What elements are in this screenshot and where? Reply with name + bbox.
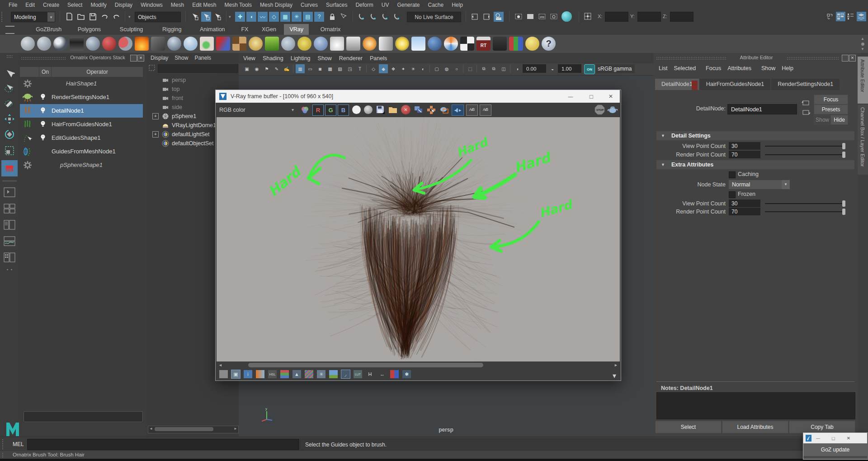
vfb-white-circle-icon[interactable] <box>352 105 361 114</box>
outliner-menu-display[interactable]: Display <box>151 55 168 61</box>
vp-snap-icon[interactable]: ◫ <box>499 64 508 73</box>
vfb-gray-circle-icon[interactable] <box>364 105 373 114</box>
side-tab-attribute-editor[interactable]: Attribute Editor <box>858 57 868 104</box>
pyramid-locator-icon[interactable] <box>151 37 165 51</box>
select-mode-icon-2[interactable] <box>212 12 222 22</box>
menu-surfaces[interactable]: Surfaces <box>322 2 351 8</box>
vfb-expand-arrow[interactable]: ▾ <box>613 371 616 380</box>
vp-allights-icon[interactable]: ✦ <box>399 64 408 73</box>
vp-gamma-icon[interactable]: ◒ <box>548 64 557 73</box>
brush-hair-tool-icon[interactable] <box>1 160 18 176</box>
rotate-tool-icon[interactable] <box>2 128 17 141</box>
layers-panel-icon[interactable] <box>857 12 866 21</box>
vfb-render-last-icon[interactable] <box>607 105 618 114</box>
ae-menu-focus[interactable]: Focus <box>706 65 721 71</box>
vfb-close-button[interactable]: ✕ <box>602 93 620 100</box>
vp-isolate-icon[interactable]: ▢ <box>432 64 441 73</box>
shelf-tab-polygons[interactable]: Polygons <box>71 24 108 35</box>
panel-close-button[interactable]: ✕ <box>137 55 144 62</box>
ae-view-point-count-2-slider-track[interactable] <box>765 203 845 204</box>
operator-row-pSphereShape1[interactable]: pSphereShape1 <box>20 158 143 172</box>
sphere-blue-icon[interactable] <box>428 37 442 51</box>
menu-mesh-tools[interactable]: Mesh Tools <box>221 2 256 8</box>
coordinate-system-icon[interactable] <box>583 12 593 22</box>
new-scene-icon[interactable] <box>64 12 74 22</box>
ae-menu-help[interactable]: Help <box>782 65 793 71</box>
shelf-tab-gozbrush[interactable]: GoZBrush <box>30 24 68 35</box>
vp-textured-icon[interactable]: ❖ <box>389 64 398 73</box>
vfb-snowflake-icon[interactable]: ✱ <box>402 370 411 378</box>
save-scene-icon[interactable] <box>88 12 98 22</box>
redo-icon[interactable] <box>111 12 121 22</box>
ae-notes-textarea[interactable] <box>656 392 855 419</box>
operator-row-EditGuidesShape1[interactable]: EditGuidesShape1 <box>20 131 143 145</box>
vfb-hsl-icon[interactable]: HSL <box>268 370 277 378</box>
sidebar-tool-icon[interactable] <box>846 12 856 21</box>
menu-deform[interactable]: Deform <box>351 2 377 8</box>
exposure-field[interactable]: 0.00 <box>523 64 546 73</box>
layout-four-icon[interactable] <box>3 202 16 215</box>
axis-input-1[interactable] <box>637 12 661 22</box>
cone-arrow-icon[interactable] <box>346 37 360 51</box>
render-view-icon[interactable] <box>493 37 507 51</box>
ae-node-state-dropdown[interactable]: Normal▼ <box>729 180 790 189</box>
workspace-selector-arrow[interactable]: ▾ <box>47 12 55 22</box>
menu-edit[interactable]: Edit <box>21 2 39 8</box>
vfb-scroll-right[interactable]: ► <box>614 363 618 367</box>
vp-shadows-icon[interactable]: ☀ <box>409 64 418 73</box>
selection-mask-selector[interactable]: Objects <box>135 12 181 22</box>
render-globe-icon[interactable] <box>561 11 572 22</box>
viewport-menu-view[interactable]: View <box>243 55 255 62</box>
viewport-menu-show[interactable]: Show <box>318 55 332 62</box>
snap-icon-6[interactable]: ▤ <box>303 12 313 22</box>
vp-mask-icon[interactable]: ▩ <box>326 64 335 73</box>
shelf-tab-rigging[interactable]: Rigging <box>155 24 189 35</box>
vp-region-icon[interactable]: ▧ <box>335 64 344 73</box>
menu-modify[interactable]: Modify <box>86 2 110 8</box>
vfb-follow-mouse-icon[interactable] <box>426 105 436 114</box>
vp-cam-attr-icon[interactable]: ◉ <box>252 64 261 73</box>
shelf-tab-ornatrix[interactable]: Ornatrix <box>311 24 349 35</box>
live-surface-field[interactable]: No Live Surface <box>407 12 461 22</box>
vfb-stripes-icon[interactable] <box>305 370 313 378</box>
vp-xray-icon[interactable]: ◍ <box>442 64 451 73</box>
menu-generate[interactable]: Generate <box>393 2 424 8</box>
menu-uv[interactable]: UV <box>377 2 393 8</box>
vp-copy2-icon[interactable]: ⧉ <box>489 64 498 73</box>
shelf-tab-fx[interactable]: FX <box>236 24 254 35</box>
vp-bookmark-icon[interactable]: ⚑ <box>262 64 271 73</box>
vfb-colorwheel-icon[interactable] <box>300 105 310 115</box>
vfb-scroll-thumb[interactable] <box>248 363 483 367</box>
vp-camera-icon[interactable]: ▣ <box>242 64 251 73</box>
goz-maximize-button[interactable]: □ <box>832 436 835 441</box>
vfb-channel-g-button[interactable]: G <box>325 105 336 116</box>
ae-menu-selected[interactable]: Selected <box>674 65 696 71</box>
selection-mode-arrow[interactable]: ▾ <box>128 14 133 19</box>
ae-close-button[interactable]: ✕ <box>849 55 856 62</box>
vp-ao-icon[interactable]: ◐ <box>419 64 428 73</box>
layout-grid-pane-icon[interactable] <box>3 251 16 264</box>
ae-section-extra-attributes[interactable]: ▼Extra Attributes <box>656 160 854 169</box>
vfb-clear-icon[interactable]: ✕ <box>401 105 410 114</box>
snap-icon-3[interactable]: ◇ <box>269 12 279 22</box>
ae-view-point-count-2-slider-handle[interactable] <box>842 200 845 207</box>
viewport-menu-panels[interactable]: Panels <box>370 55 387 62</box>
rope-curl-icon[interactable] <box>297 37 311 51</box>
cone-soft-icon[interactable] <box>200 37 214 51</box>
torus-ring-icon[interactable] <box>53 37 67 51</box>
colorspace-on-button[interactable]: ON <box>584 64 595 74</box>
vfb-wheel-icon[interactable]: ✳ <box>317 370 326 378</box>
gamma-field[interactable]: 1.00 <box>558 64 581 73</box>
menu-create[interactable]: Create <box>39 2 63 8</box>
outliner-hscrollbar[interactable]: ◄► <box>148 426 239 433</box>
mel-input[interactable] <box>27 439 299 450</box>
operator-row-HairShape1[interactable]: HairShape1 <box>20 77 143 90</box>
snap-magnet-1[interactable] <box>357 12 367 22</box>
render-eye-icon[interactable] <box>514 12 524 22</box>
ae-render-point-count-2-field[interactable]: 70 <box>729 208 760 215</box>
menu-curves[interactable]: Curves <box>297 2 322 8</box>
snap-icon-4[interactable]: ▦ <box>280 12 290 22</box>
layout-single-icon[interactable] <box>3 186 16 199</box>
vp-exposure-icon[interactable]: ◑ <box>513 64 522 73</box>
snap-magnet-4[interactable] <box>392 12 402 22</box>
